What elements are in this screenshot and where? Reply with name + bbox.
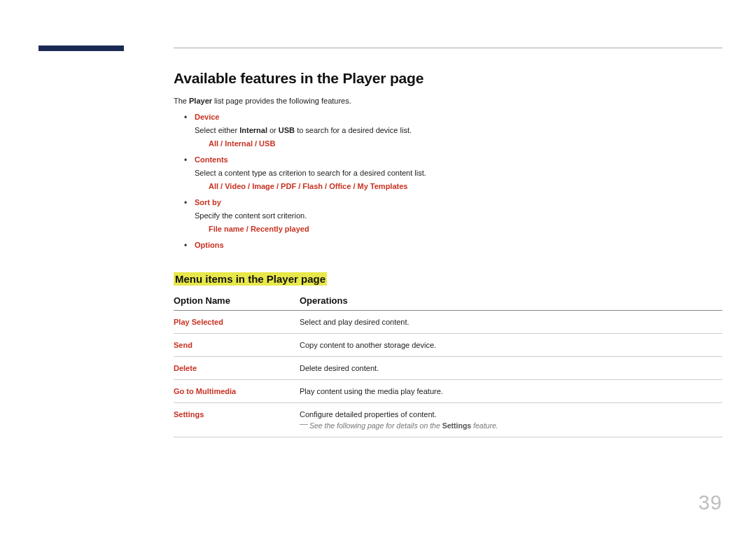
desc-bold1: Internal [239,126,267,134]
th-option-name: Option Name [174,295,300,311]
opt-desc-text: Configure detailed properties of content… [300,410,437,419]
intro-pre: The [174,97,189,105]
feature-label: Contents [195,155,228,164]
table-row: Settings Configure detailed properties o… [174,402,722,437]
feature-desc: Select a content type as criterion to se… [195,167,722,179]
options-table: Option Name Operations Play Selected Sel… [174,295,722,437]
page-number: 39 [699,491,722,514]
feature-label: Options [195,241,224,249]
opt-desc: Copy content to another storage device. [300,333,722,356]
table-row: Send Copy content to another storage dev… [174,333,722,356]
opt-desc: Configure detailed properties of content… [300,402,722,437]
header-accent-bar [38,45,124,51]
opt-name: Delete [174,356,300,379]
opt-name: Settings [174,402,300,437]
opt-name: Send [174,333,300,356]
note-pre: See the following page for details on th… [309,421,442,430]
desc-mid: or [267,126,279,134]
page-title: Available features in the Player page [174,70,722,87]
desc-bold2: USB [279,126,295,134]
note-bold: Settings [442,421,471,430]
opt-name: Go to Multimedia [174,379,300,402]
document-page: Available features in the Player page Th… [0,0,756,534]
opt-name: Play Selected [174,310,300,333]
feature-label: Device [195,113,219,121]
feature-item-options: Options [174,239,722,251]
feature-item-sortby: Sort by Specify the content sort criteri… [174,197,722,235]
page-content: Available features in the Player page Th… [174,70,722,437]
feature-path: All / Video / Image / PDF / Flash / Offi… [209,181,722,192]
feature-desc: Select either Internal or USB to search … [195,125,722,136]
feature-item-device: Device Select either Internal or USB to … [174,111,722,150]
feature-label: Sort by [195,198,221,206]
opt-desc: Delete desired content. [300,356,722,379]
intro-paragraph: The Player list page provides the follow… [174,95,722,107]
th-operations: Operations [300,295,722,311]
table-row: Play Selected Select and play desired co… [174,310,722,333]
opt-desc: Select and play desired content. [300,310,722,333]
table-row: Delete Delete desired content. [174,356,722,379]
note-post: feature. [471,421,498,430]
opt-note: See the following page for details on th… [300,421,722,430]
note-dash-icon [300,424,308,429]
feature-item-contents: Contents Select a content type as criter… [174,154,722,192]
feature-path: File name / Recently played [209,223,722,235]
feature-desc: Specify the content sort criterion. [195,210,722,222]
header-rule [174,48,722,48]
subheading-highlighted: Menu items in the Player page [174,272,327,286]
table-header-row: Option Name Operations [174,295,722,311]
desc-pre: Select either [195,126,239,134]
features-list: Device Select either Internal or USB to … [174,111,722,251]
intro-post: list page provides the following feature… [212,97,351,105]
feature-path: All / Internal / USB [209,138,722,150]
table-row: Go to Multimedia Play content using the … [174,379,722,402]
desc-post: to search for a desired device list. [295,126,412,134]
opt-desc: Play content using the media play featur… [300,379,722,402]
intro-player-word: Player [189,97,212,105]
